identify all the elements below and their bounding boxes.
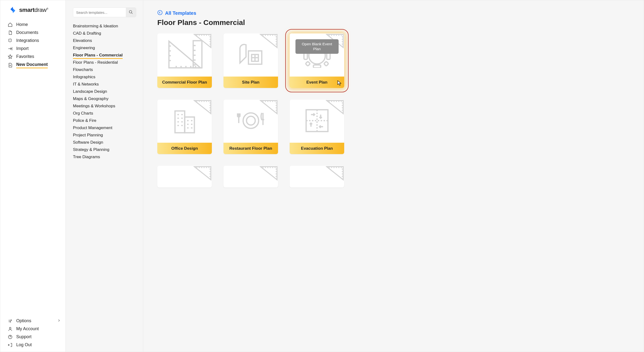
logo[interactable]: smartdraw®	[0, 0, 66, 20]
template-label: Site Plan	[224, 76, 278, 88]
sidebar-left: smartdraw® Home Documents Integrations	[0, 0, 66, 352]
breadcrumb-label: All Templates	[165, 10, 196, 16]
nav-label: New Document	[16, 62, 48, 68]
category-item[interactable]: Floor Plans - Commercial	[73, 52, 136, 59]
template-thumbnail	[157, 33, 212, 76]
svg-point-21	[243, 113, 258, 128]
nav-label: Documents	[16, 30, 38, 35]
template-thumbnail	[157, 100, 212, 143]
template-card[interactable]: Commercial Floor Plan	[157, 33, 212, 88]
template-label: Commercial Floor Plan	[157, 76, 212, 88]
search-wrap	[73, 7, 136, 17]
category-item[interactable]: Flowcharts	[73, 66, 136, 73]
category-item[interactable]: Elevations	[73, 37, 136, 44]
template-card[interactable]	[290, 166, 344, 188]
svg-point-1	[10, 321, 11, 322]
template-card[interactable]: Site Plan	[224, 33, 278, 88]
nav-label: Options	[16, 318, 31, 324]
search-icon	[129, 10, 133, 15]
svg-rect-19	[175, 111, 185, 133]
category-item[interactable]: Org Charts	[73, 110, 136, 117]
category-item[interactable]: Maps & Geography	[73, 95, 136, 102]
category-item[interactable]: Product Management	[73, 124, 136, 132]
nav-favorites[interactable]: Favorites	[8, 52, 60, 60]
category-item[interactable]: Software Design	[73, 139, 136, 146]
breadcrumb-back[interactable]: All Templates	[157, 10, 630, 16]
svg-point-6	[158, 10, 162, 15]
svg-point-22	[246, 116, 255, 125]
nav-new-document[interactable]: New Document	[8, 60, 60, 70]
template-thumbnail	[157, 166, 212, 188]
category-item[interactable]: Brainstorming & Ideation	[73, 22, 136, 30]
logo-icon	[9, 6, 17, 14]
template-label: Event Plan	[290, 76, 344, 88]
import-icon	[8, 46, 13, 51]
main-content: All Templates Floor Plans - Commercial C…	[143, 0, 644, 352]
nav-log-out[interactable]: Log Out	[8, 341, 60, 349]
category-item[interactable]: Police & Fire	[73, 117, 136, 124]
arrow-left-circle-icon	[157, 10, 163, 16]
category-item[interactable]: Project Planning	[73, 132, 136, 139]
chevron-right-icon	[57, 318, 60, 324]
template-card[interactable]	[224, 166, 278, 188]
template-label: Office Design	[157, 143, 212, 154]
page-title: Floor Plans - Commercial	[157, 18, 630, 27]
star-icon	[8, 54, 13, 59]
logout-icon	[8, 343, 13, 348]
template-thumbnail	[290, 166, 344, 188]
category-item[interactable]: Floor Plans - Residential	[73, 59, 136, 66]
svg-rect-12	[314, 65, 321, 68]
new-document-icon	[8, 63, 13, 68]
svg-point-5	[129, 10, 132, 13]
category-item[interactable]: Landscape Design	[73, 88, 136, 95]
template-thumbnail	[290, 100, 344, 143]
category-item[interactable]: IT & Networks	[73, 81, 136, 88]
template-card[interactable]	[157, 166, 212, 188]
template-card[interactable]: Office Design	[157, 100, 212, 154]
svg-rect-20	[185, 117, 194, 133]
svg-point-0	[11, 320, 12, 321]
search-input[interactable]	[73, 8, 126, 17]
category-list: Brainstorming & IdeationCAD & DraftingEl…	[73, 22, 136, 161]
svg-point-4	[10, 338, 10, 338]
template-thumbnail	[224, 100, 278, 143]
nav-label: Import	[16, 46, 28, 51]
nav-label: Integrations	[16, 38, 39, 43]
template-card[interactable]: Restaurant Floor Plan	[224, 100, 278, 154]
home-icon	[8, 22, 13, 27]
template-thumbnail	[224, 166, 278, 188]
nav-label: Favorites	[16, 54, 34, 59]
nav-secondary: Options My Account Support	[0, 317, 66, 349]
category-item[interactable]: CAD & Drafting	[73, 30, 136, 37]
nav-primary: Home Documents Integrations Import	[0, 20, 66, 70]
template-thumbnail	[224, 33, 278, 76]
template-label: Restaurant Floor Plan	[224, 143, 278, 154]
category-item[interactable]: Strategy & Planning	[73, 146, 136, 153]
nav-import[interactable]: Import	[8, 44, 60, 52]
svg-point-2	[10, 327, 11, 329]
svg-rect-17	[306, 61, 310, 66]
category-item[interactable]: Meetings & Workshops	[73, 102, 136, 110]
nav-integrations[interactable]: Integrations	[8, 36, 60, 44]
template-card[interactable]: Open Blank Event PlanEvent Plan	[290, 33, 344, 88]
logo-text: smartdraw®	[19, 6, 48, 13]
template-card[interactable]: Evacuation Plan	[290, 100, 344, 154]
svg-rect-18	[324, 61, 329, 66]
search-button[interactable]	[126, 8, 136, 17]
nav-home[interactable]: Home	[8, 20, 60, 28]
open-blank-button[interactable]: Open Blank Event Plan	[296, 39, 338, 54]
template-thumbnail: Open Blank Event Plan	[290, 33, 344, 76]
nav-label: My Account	[16, 326, 39, 332]
nav-my-account[interactable]: My Account	[8, 325, 60, 333]
category-item[interactable]: Tree Diagrams	[73, 153, 136, 161]
app-root: smartdraw® Home Documents Integrations	[0, 0, 644, 352]
nav-support[interactable]: Support	[8, 333, 60, 341]
nav-options[interactable]: Options	[8, 317, 60, 325]
nav-documents[interactable]: Documents	[8, 28, 60, 36]
category-panel: Brainstorming & IdeationCAD & DraftingEl…	[66, 0, 143, 352]
document-icon	[8, 30, 13, 35]
user-icon	[8, 327, 13, 332]
category-item[interactable]: Engineering	[73, 44, 136, 52]
category-item[interactable]: Infographics	[73, 73, 136, 81]
template-grid: Commercial Floor PlanSite PlanOpen Blank…	[157, 33, 630, 188]
